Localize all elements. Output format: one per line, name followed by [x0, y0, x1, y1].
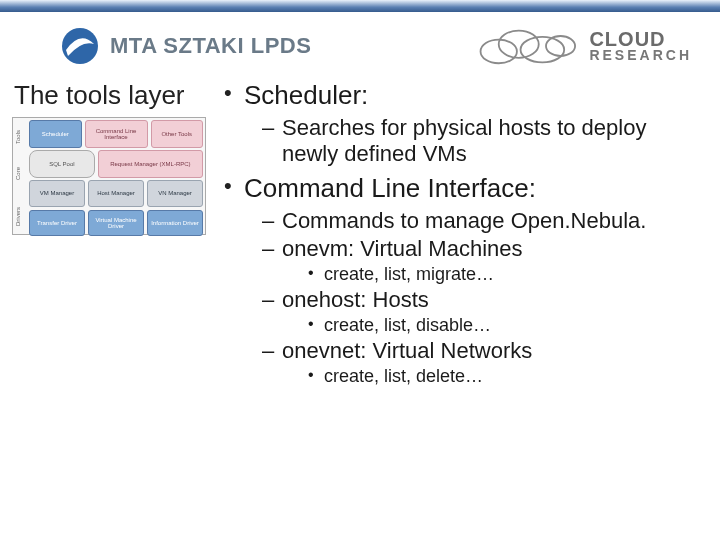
thumb-row-core-top: SQL Pool Request Manager (XML-RPC)	[29, 150, 203, 178]
thumb-box-vn-manager: VN Manager	[147, 180, 203, 207]
thumb-row-managers-drivers: VM Manager Host Manager VN Manager Trans…	[29, 180, 203, 236]
svg-point-0	[62, 28, 98, 64]
thumb-box-info-driver: Information Driver	[147, 210, 203, 237]
svg-point-4	[546, 36, 575, 56]
thumb-box-sql-pool: SQL Pool	[29, 150, 95, 178]
svg-point-3	[521, 37, 565, 62]
slide: MTA SZTAKI LPDS CLOUD RESEARCH The tools…	[0, 0, 720, 540]
cloud-research-logo: CLOUD RESEARCH	[471, 26, 692, 66]
thumb-label-core: Core	[15, 167, 21, 180]
bullet-onehost-label: onehost: Hosts	[282, 287, 429, 312]
thumb-grid: Scheduler Command Line Interface Other T…	[29, 120, 203, 232]
svg-point-2	[499, 31, 539, 58]
sztaki-text: MTA SZTAKI LPDS	[110, 33, 311, 59]
bullet-onevnet-label: onevnet: Virtual Networks	[282, 338, 532, 363]
thumb-box-cli: Command Line Interface	[85, 120, 148, 148]
thumb-label-drivers: Drivers	[15, 207, 21, 226]
thumb-row-tools: Scheduler Command Line Interface Other T…	[29, 120, 203, 148]
bullet-scheduler-desc: Searches for physical hosts to deploy ne…	[260, 115, 708, 167]
cloud-icon	[471, 26, 581, 66]
thumb-box-vm-driver: Virtual Machine Driver	[88, 210, 144, 237]
thumb-label-tools: Tools	[15, 130, 21, 144]
bullet-onevm: onevm: Virtual Machines create, list, mi…	[260, 236, 708, 285]
top-gradient-bar	[0, 0, 720, 12]
bullet-scheduler-title: Scheduler:	[244, 80, 368, 110]
slide-body: The tools layer Tools Core Drivers Sched…	[0, 78, 720, 393]
section-title: The tools layer	[12, 78, 212, 117]
bullet-onevnet-ops: create, list, delete…	[306, 366, 708, 387]
bullet-cli-desc: Commands to manage Open.Nebula.	[260, 208, 708, 234]
logo-row: MTA SZTAKI LPDS CLOUD RESEARCH	[0, 12, 720, 78]
thumb-box-other-tools: Other Tools	[151, 120, 204, 148]
bullet-onevm-label: onevm: Virtual Machines	[282, 236, 523, 261]
thumb-box-request-manager: Request Manager (XML-RPC)	[98, 150, 203, 178]
sztaki-mark-icon	[60, 26, 100, 66]
architecture-thumbnail: Tools Core Drivers Scheduler Command Lin…	[12, 117, 206, 235]
content-column: Scheduler: Searches for physical hosts t…	[212, 78, 708, 393]
sztaki-logo: MTA SZTAKI LPDS	[60, 26, 311, 66]
bullet-cli-title: Command Line Interface:	[244, 173, 536, 203]
bullet-list: Scheduler: Searches for physical hosts t…	[220, 80, 708, 387]
thumb-box-transfer-driver: Transfer Driver	[29, 210, 85, 237]
thumb-side-labels: Tools Core Drivers	[13, 118, 27, 234]
thumb-box-vm-manager: VM Manager	[29, 180, 85, 207]
cloud-text-line2: RESEARCH	[589, 49, 692, 62]
bullet-onevm-ops: create, list, migrate…	[306, 264, 708, 285]
left-column: The tools layer Tools Core Drivers Sched…	[12, 78, 212, 393]
bullet-cli: Command Line Interface: Commands to mana…	[220, 173, 708, 388]
thumb-box-host-manager: Host Manager	[88, 180, 144, 207]
thumb-box-scheduler: Scheduler	[29, 120, 82, 148]
cloud-research-text: CLOUD RESEARCH	[589, 30, 692, 61]
bullet-scheduler: Scheduler: Searches for physical hosts t…	[220, 80, 708, 167]
bullet-onehost-ops: create, list, disable…	[306, 315, 708, 336]
cloud-text-line1: CLOUD	[589, 30, 692, 48]
bullet-onehost: onehost: Hosts create, list, disable…	[260, 287, 708, 336]
bullet-onevnet: onevnet: Virtual Networks create, list, …	[260, 338, 708, 387]
